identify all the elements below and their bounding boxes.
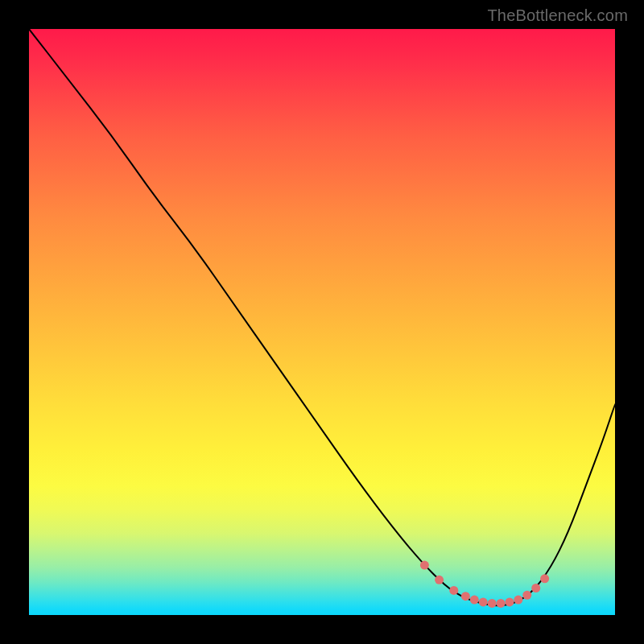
marker-dot xyxy=(470,596,479,605)
marker-group xyxy=(420,561,549,608)
chart-frame: TheBottleneck.com xyxy=(0,0,644,644)
watermark-text: TheBottleneck.com xyxy=(487,6,628,25)
marker-dot xyxy=(449,586,458,595)
marker-dot xyxy=(505,597,514,606)
marker-dot xyxy=(531,584,540,592)
marker-dot xyxy=(420,561,429,570)
marker-dot xyxy=(435,576,444,584)
bottleneck-line xyxy=(29,29,615,605)
marker-dot xyxy=(540,574,549,583)
chart-curve xyxy=(29,29,615,615)
marker-dot xyxy=(488,599,497,608)
marker-dot xyxy=(514,596,522,605)
plot-area xyxy=(29,29,615,615)
marker-dot xyxy=(461,592,470,601)
marker-dot xyxy=(479,597,488,606)
marker-dot xyxy=(522,591,531,600)
marker-dot xyxy=(497,599,506,608)
